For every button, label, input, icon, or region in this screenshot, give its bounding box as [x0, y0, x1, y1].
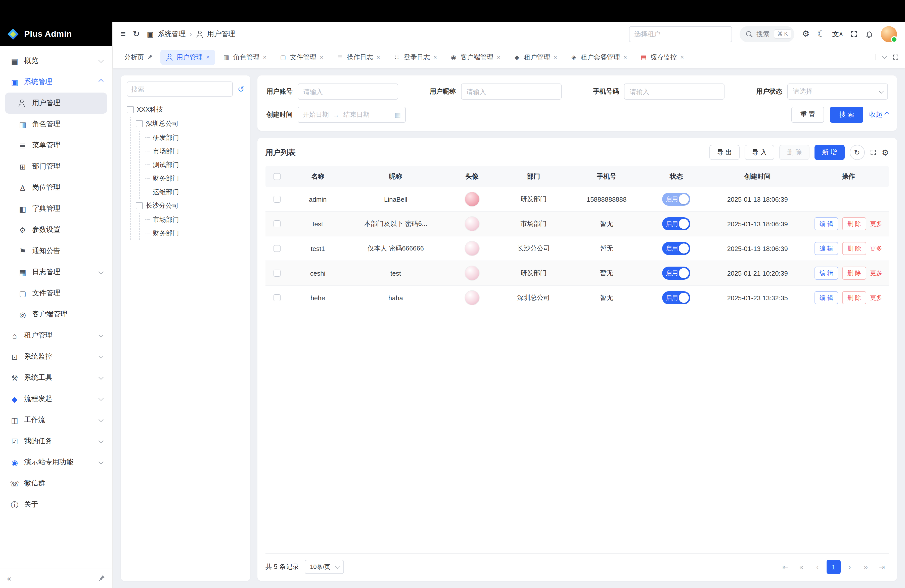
- tab-tenant-package-management[interactable]: 租户套餐管理 ×: [565, 49, 632, 65]
- pager-last-button[interactable]: ⇥: [875, 560, 889, 574]
- add-button[interactable]: 新 增: [814, 145, 845, 160]
- tree-node-department[interactable]: 测试部门: [145, 158, 245, 172]
- sidebar-item-log-management[interactable]: 日志管理: [5, 262, 107, 283]
- table-refresh-icon[interactable]: ↻: [849, 145, 865, 160]
- sidebar-item-my-tasks[interactable]: 我的任务: [5, 431, 107, 452]
- tree-search-input[interactable]: [127, 81, 233, 97]
- pager-fast-prev-button[interactable]: «: [794, 560, 808, 574]
- sidebar-item-demo-features[interactable]: 演示站专用功能: [5, 452, 107, 473]
- tree-node-department[interactable]: 市场部门: [145, 145, 245, 158]
- tenant-select-input[interactable]: [629, 26, 732, 42]
- page-size-select[interactable]: 10条/页: [305, 560, 344, 574]
- more-link[interactable]: 更多: [870, 294, 882, 302]
- pager-fast-next-button[interactable]: »: [859, 560, 873, 574]
- row-checkbox[interactable]: [273, 195, 281, 203]
- sidebar-item-wechat-group[interactable]: 微信群: [5, 473, 107, 494]
- app-logo-row[interactable]: Plus Admin: [0, 22, 112, 46]
- tab-file-management[interactable]: 文件管理 ×: [274, 49, 329, 65]
- sidebar-item-dictionary-management[interactable]: 字典管理: [5, 198, 107, 219]
- close-icon[interactable]: ×: [263, 54, 267, 60]
- pin-sidebar-icon[interactable]: [98, 575, 105, 582]
- delete-button[interactable]: 删 除: [780, 145, 810, 160]
- close-icon[interactable]: ×: [680, 54, 684, 60]
- sidebar-item-client-management[interactable]: 客户端管理: [5, 304, 107, 325]
- pager-prev-button[interactable]: ‹: [810, 560, 824, 574]
- tab-role-management[interactable]: 角色管理 ×: [217, 49, 272, 65]
- fullscreen-icon[interactable]: [850, 30, 858, 38]
- sidebar-item-about[interactable]: 关于: [5, 494, 107, 515]
- close-icon[interactable]: ×: [554, 54, 557, 60]
- tab-client-management[interactable]: 客户端管理 ×: [445, 49, 506, 65]
- row-checkbox[interactable]: [273, 220, 281, 227]
- sidebar-item-system-management[interactable]: 系统管理: [5, 72, 107, 92]
- close-icon[interactable]: ×: [624, 54, 627, 60]
- sidebar-item-parameter-settings[interactable]: 参数设置: [5, 219, 107, 240]
- row-checkbox[interactable]: [273, 270, 281, 277]
- phone-number-input[interactable]: [624, 84, 725, 100]
- row-checkbox[interactable]: [273, 245, 281, 252]
- close-icon[interactable]: ×: [433, 54, 437, 60]
- sidebar-item-system-tools[interactable]: 系统工具: [5, 367, 107, 388]
- tab-operation-log[interactable]: 操作日志 ×: [331, 49, 386, 65]
- tree-node-department[interactable]: 财务部门: [145, 172, 245, 185]
- tab-analysis-page[interactable]: 分析页: [119, 49, 158, 65]
- tree-node-department[interactable]: 市场部门: [145, 213, 245, 226]
- status-toggle[interactable]: 启用: [662, 291, 691, 304]
- tabs-fullscreen-icon[interactable]: [892, 54, 899, 60]
- collapse-sidebar-icon[interactable]: «: [7, 574, 11, 582]
- user-status-select[interactable]: 请选择: [788, 84, 888, 100]
- table-settings-icon[interactable]: ⚙: [882, 148, 889, 157]
- pager-first-button[interactable]: ⇤: [778, 560, 792, 574]
- more-link[interactable]: 更多: [870, 244, 882, 253]
- table-fullscreen-icon[interactable]: [870, 149, 876, 156]
- sidebar-item-role-management[interactable]: 角色管理: [5, 114, 107, 135]
- sidebar-item-overview[interactable]: 概览: [5, 50, 107, 72]
- global-search[interactable]: 搜索 ⌘ K: [739, 26, 794, 42]
- created-time-range-picker[interactable]: 开始日期 → 结束日期 ▦: [298, 106, 406, 123]
- sidebar-item-menu-management[interactable]: 菜单管理: [5, 135, 107, 156]
- tree-node-department[interactable]: 财务部门: [145, 226, 245, 240]
- notification-bell-icon[interactable]: [865, 30, 873, 38]
- breadcrumb-item-system[interactable]: 系统管理: [158, 29, 186, 38]
- tree-node-department[interactable]: 研发部门: [145, 131, 245, 145]
- tree-node-company[interactable]: − 深圳总公司: [136, 117, 245, 131]
- tree-node-company[interactable]: − 长沙分公司: [136, 199, 245, 213]
- edit-button[interactable]: 编 辑: [814, 267, 838, 280]
- tab-cache-monitor[interactable]: 缓存监控 ×: [635, 49, 689, 65]
- tab-tenant-management[interactable]: 租户管理 ×: [508, 49, 563, 65]
- close-icon[interactable]: ×: [206, 54, 210, 60]
- delete-button[interactable]: 删 除: [842, 242, 866, 255]
- sidebar-item-user-management[interactable]: 用户管理: [5, 92, 107, 114]
- tab-user-management[interactable]: 用户管理 ×: [160, 49, 215, 65]
- pager-next-button[interactable]: ›: [843, 560, 857, 574]
- sidebar-item-tenant-management[interactable]: 租户管理: [5, 325, 107, 346]
- sidebar-item-department-management[interactable]: 部门管理: [5, 156, 107, 177]
- user-avatar[interactable]: [881, 26, 897, 42]
- refresh-icon[interactable]: ↻: [133, 29, 140, 39]
- sidebar-item-process-initiation[interactable]: 流程发起: [5, 388, 107, 410]
- search-button[interactable]: 搜 索: [830, 106, 863, 123]
- tabs-dropdown-icon[interactable]: [882, 55, 885, 59]
- tree-collapse-icon[interactable]: −: [136, 120, 143, 127]
- row-checkbox[interactable]: [273, 294, 281, 301]
- select-all-checkbox[interactable]: [273, 173, 281, 180]
- settings-gear-icon[interactable]: ⚙: [802, 29, 810, 39]
- more-link[interactable]: 更多: [870, 269, 882, 277]
- sidebar-item-post-management[interactable]: 岗位管理: [5, 177, 107, 198]
- more-link[interactable]: 更多: [870, 219, 882, 228]
- user-nickname-input[interactable]: [461, 84, 561, 100]
- edit-button[interactable]: 编 辑: [814, 242, 838, 255]
- sidebar-item-announcements[interactable]: 通知公告: [5, 240, 107, 262]
- translate-icon[interactable]: [832, 29, 843, 38]
- pager-page-1[interactable]: 1: [827, 560, 841, 574]
- edit-button[interactable]: 编 辑: [814, 291, 838, 304]
- status-toggle[interactable]: 启用: [662, 267, 691, 280]
- sidebar-item-workflow[interactable]: 工作流: [5, 410, 107, 431]
- tree-node-department[interactable]: 运维部门: [145, 185, 245, 199]
- hamburger-icon[interactable]: ≡: [121, 29, 126, 39]
- close-icon[interactable]: ×: [497, 54, 500, 60]
- tree-collapse-icon[interactable]: −: [136, 202, 143, 209]
- tree-collapse-icon[interactable]: −: [127, 106, 134, 113]
- close-icon[interactable]: ×: [376, 54, 380, 60]
- tree-refresh-icon[interactable]: ↺: [238, 84, 245, 94]
